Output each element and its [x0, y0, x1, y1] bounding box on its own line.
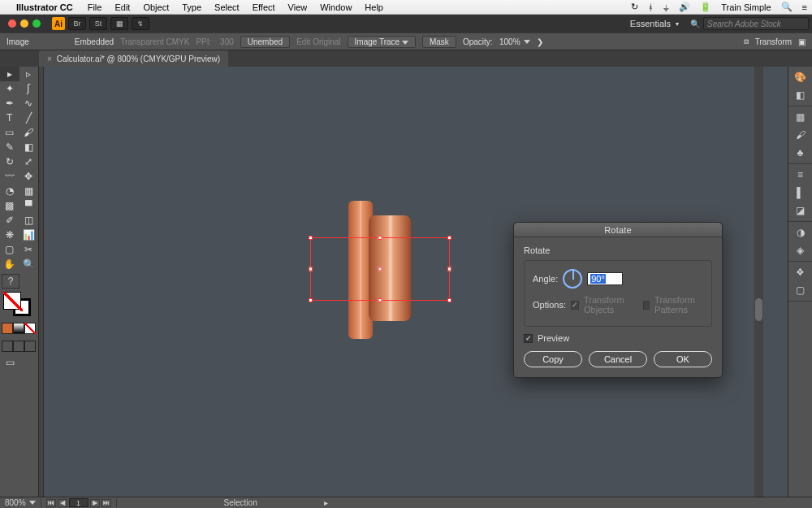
symbols-panel-icon[interactable]: ♣ [793, 145, 809, 160]
handle-top-right[interactable] [447, 236, 451, 240]
window-close-button[interactable] [8, 20, 16, 28]
mask-button[interactable]: Mask [422, 36, 456, 48]
menu-type[interactable]: Type [175, 2, 208, 12]
opacity-control[interactable]: Opacity: 100% [463, 37, 530, 46]
volume-icon[interactable]: 🔊 [674, 2, 695, 12]
menu-effect[interactable]: Effect [246, 2, 282, 12]
vertical-scrollbar[interactable] [754, 67, 763, 497]
graphic-styles-panel-icon[interactable]: ◈ [793, 243, 809, 258]
menu-edit[interactable]: Edit [108, 2, 136, 12]
handle-top-left[interactable] [309, 236, 313, 240]
gradient-panel-icon[interactable]: ▌ [793, 185, 809, 200]
align-icon[interactable]: ⧈ [744, 37, 749, 46]
notifications-icon[interactable]: ≡ [797, 2, 812, 12]
status-more-icon[interactable]: ▸ [324, 498, 328, 507]
perspective-tool[interactable]: ▦ [19, 184, 39, 198]
brushes-panel-icon[interactable]: 🖌 [793, 128, 809, 142]
draw-normal[interactable] [2, 341, 13, 352]
mesh-tool[interactable]: ▩ [0, 198, 19, 213]
window-minimize-button[interactable] [20, 20, 28, 28]
pen-tool[interactable]: ✒ [0, 96, 19, 111]
none-mode[interactable] [24, 323, 36, 334]
hand-tool[interactable]: ✋ [0, 257, 19, 271]
artboard-tool[interactable]: ▢ [0, 242, 19, 257]
zoom-level[interactable]: 800% [5, 498, 36, 507]
color-panel-icon[interactable]: 🎨 [793, 70, 809, 85]
image-trace-button[interactable]: Image Trace [348, 36, 416, 48]
free-transform-tool[interactable]: ✥ [19, 169, 39, 184]
width-tool[interactable]: 〰 [0, 169, 19, 184]
help-tool-icon[interactable]: ? [2, 274, 19, 289]
menu-select[interactable]: Select [208, 2, 246, 12]
stock-search-input[interactable]: Search Adobe Stock [703, 17, 809, 30]
transparency-panel-icon[interactable]: ◪ [793, 203, 809, 218]
isolate-icon[interactable]: ▣ [798, 37, 806, 46]
transform-button[interactable]: Transform [755, 37, 792, 46]
wifi-icon[interactable]: ⏚ [659, 2, 674, 12]
last-artboard-button[interactable]: ⏭ [102, 499, 111, 507]
tab-close-icon[interactable]: × [47, 54, 52, 63]
copy-button[interactable]: Copy [524, 351, 582, 367]
stroke-panel-icon[interactable]: ≡ [793, 167, 809, 182]
cancel-button[interactable]: Cancel [589, 351, 647, 367]
app-menu[interactable]: Illustrator CC [16, 2, 81, 12]
window-zoom-button[interactable] [32, 20, 41, 28]
paintbrush-tool[interactable]: 🖌 [19, 125, 39, 140]
layers-panel-icon[interactable]: ❖ [793, 265, 809, 280]
color-guide-panel-icon[interactable]: ◧ [793, 88, 809, 102]
handle-bottom-right[interactable] [447, 298, 451, 302]
eyedropper-tool[interactable]: ✐ [0, 213, 19, 228]
rotate-tool[interactable]: ↻ [0, 154, 19, 169]
document-canvas[interactable]: Rotate Rotate Angle: 90° Options: Transf… [44, 67, 788, 497]
direct-selection-tool[interactable]: ▹ [19, 67, 39, 81]
bridge-button[interactable]: Br [68, 17, 86, 30]
first-artboard-button[interactable]: ⏮ [46, 499, 56, 507]
artboard-number-field[interactable]: 1 [69, 498, 89, 507]
menu-view[interactable]: View [282, 2, 314, 12]
swatches-panel-icon[interactable]: ▦ [793, 110, 809, 124]
handle-bottom-left[interactable] [309, 298, 313, 302]
handle-center[interactable] [378, 267, 382, 271]
next-artboard-button[interactable]: ▶ [90, 499, 100, 507]
menu-help[interactable]: Help [358, 2, 390, 12]
menu-window[interactable]: Window [313, 2, 358, 12]
bluetooth-icon[interactable]: ᚼ [643, 2, 659, 12]
prev-artboard-button[interactable]: ◀ [58, 499, 67, 507]
handle-mid-right[interactable] [447, 267, 451, 271]
graph-tool[interactable]: 📊 [19, 228, 39, 242]
account-label[interactable]: Train Simple [716, 2, 775, 12]
eraser-tool[interactable]: ◧ [19, 140, 39, 154]
gradient-mode[interactable] [13, 323, 24, 334]
magic-wand-tool[interactable]: ✦ [0, 81, 19, 96]
symbol-sprayer-tool[interactable]: ❋ [0, 228, 19, 242]
scale-tool[interactable]: ⤢ [19, 154, 39, 169]
fill-stroke-swatches[interactable] [0, 289, 38, 319]
next-options-icon[interactable]: ❯ [537, 37, 543, 46]
handle-mid-left[interactable] [309, 267, 313, 271]
angle-input[interactable]: 90° [587, 272, 623, 285]
zoom-tool[interactable]: 🔍 [19, 257, 39, 271]
fill-swatch[interactable] [3, 292, 21, 310]
type-tool[interactable]: T [0, 111, 19, 125]
selection-bounding-box[interactable] [310, 237, 450, 301]
arrange-documents-button[interactable]: ▦ [110, 17, 128, 30]
angle-dial[interactable] [563, 269, 582, 289]
gradient-tool[interactable]: ▀ [19, 198, 39, 213]
rectangle-tool[interactable]: ▭ [0, 125, 19, 140]
blend-tool[interactable]: ◫ [19, 213, 39, 228]
workspace-switcher[interactable]: Essentials ▾ [630, 19, 679, 28]
lasso-tool[interactable]: ʃ [19, 81, 39, 96]
sync-icon[interactable]: ↻ [626, 2, 643, 12]
unembed-button[interactable]: Unembed [240, 36, 290, 48]
shaper-tool[interactable]: ✎ [0, 140, 19, 154]
menu-object[interactable]: Object [136, 2, 175, 12]
shape-builder-tool[interactable]: ◔ [0, 184, 19, 198]
spotlight-icon[interactable]: 🔍 [776, 2, 797, 12]
appearance-panel-icon[interactable]: ◑ [793, 225, 809, 240]
ok-button[interactable]: OK [654, 351, 712, 367]
document-tab[interactable]: × Calculator.ai* @ 800% (CMYK/GPU Previe… [39, 50, 228, 67]
selection-tool[interactable]: ▸ [0, 67, 19, 81]
line-tool[interactable]: ╱ [19, 111, 39, 125]
menu-file[interactable]: File [81, 2, 109, 12]
handle-top-mid[interactable] [378, 236, 382, 240]
